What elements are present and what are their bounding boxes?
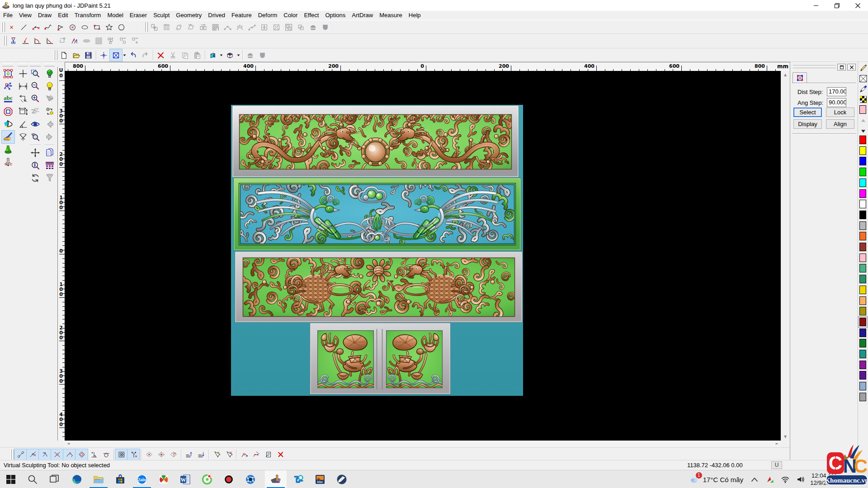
star-tool-icon[interactable]: [103, 21, 115, 33]
relief-dome-icon[interactable]: [307, 21, 319, 33]
select-tool-icon[interactable]: [2, 67, 14, 80]
align-button[interactable]: Align: [826, 119, 854, 129]
snap-arc-icon[interactable]: [63, 449, 75, 460]
undo-icon[interactable]: [127, 49, 139, 61]
pan-view-icon[interactable]: [29, 146, 42, 159]
snap-perpendicular-icon[interactable]: [88, 449, 100, 460]
color-swatch[interactable]: [859, 168, 866, 176]
polyline-tool-icon[interactable]: [54, 21, 66, 33]
toolbar-grip[interactable]: [54, 50, 55, 60]
snap-endpoint-icon[interactable]: [14, 449, 27, 460]
no-color-icon[interactable]: [859, 74, 867, 83]
select-frame-icon[interactable]: [110, 49, 122, 61]
chamfer-corner-icon[interactable]: [44, 35, 56, 47]
palette-scroll-down[interactable]: [859, 126, 867, 136]
horizontal-scrollbar[interactable]: ◄ ►: [65, 441, 781, 447]
color-swatch[interactable]: [859, 178, 866, 187]
scroll-left-arrow[interactable]: ◄: [67, 441, 70, 446]
weld-objects-icon[interactable]: [283, 21, 295, 33]
select-button[interactable]: Select: [793, 108, 822, 117]
sort-layer-down-icon[interactable]: [195, 449, 207, 460]
menu-eraser[interactable]: Eraser: [127, 11, 150, 20]
text-tool-icon[interactable]: abc: [2, 93, 14, 105]
toolbar-grip[interactable]: [56, 50, 57, 60]
measure-path-icon[interactable]: [17, 93, 29, 105]
menu-options[interactable]: Options: [322, 11, 349, 20]
smooth-node-icon[interactable]: [250, 449, 262, 460]
copy-transform-2-icon[interactable]: [117, 35, 129, 47]
dist-step-input[interactable]: 170.000: [827, 87, 846, 96]
toolbar-grip[interactable]: [146, 22, 148, 32]
menu-view[interactable]: View: [16, 11, 35, 20]
menu-drived[interactable]: Drived: [205, 11, 228, 20]
panel-restore-button[interactable]: [837, 64, 846, 70]
menu-deform[interactable]: Deform: [255, 11, 281, 20]
delete-icon[interactable]: [155, 49, 167, 61]
menu-measure[interactable]: Measure: [376, 11, 406, 20]
pick-remove-icon[interactable]: [222, 449, 235, 460]
lamp-yellow-icon[interactable]: [43, 80, 56, 93]
taskbar-edge-browser[interactable]: [66, 470, 88, 488]
color-swatch[interactable]: [859, 253, 866, 262]
flatten-ellipse-icon[interactable]: [80, 35, 93, 47]
menu-model[interactable]: Model: [104, 11, 126, 20]
point-position-icon[interactable]: [17, 67, 29, 80]
menu-file[interactable]: File: [0, 11, 16, 20]
color-swatch[interactable]: [859, 275, 866, 283]
menu-feature[interactable]: Feature: [228, 11, 255, 20]
measure-angle-icon[interactable]: [17, 118, 29, 131]
menu-sculpt[interactable]: Sculpt: [150, 11, 173, 20]
taskbar-format-factory[interactable]: [153, 470, 175, 488]
zoom-object-icon[interactable]: [29, 131, 42, 143]
scale-frame-icon[interactable]: [258, 21, 270, 33]
work-plane-xz-icon[interactable]: [155, 449, 167, 460]
work-plane-yz-icon[interactable]: [167, 449, 179, 460]
taskbar-ms-store[interactable]: [109, 470, 131, 488]
array-grid-icon[interactable]: [209, 21, 222, 33]
snap-grid-icon[interactable]: [115, 449, 127, 460]
weather-icon[interactable]: 1: [690, 475, 699, 484]
menu-artdraw[interactable]: ArtDraw: [349, 11, 376, 20]
arc-fit-icon[interactable]: [222, 21, 234, 33]
tray-net-indicator-icon[interactable]: [765, 475, 774, 484]
pick-point-icon[interactable]: [210, 449, 222, 460]
point-tool-icon[interactable]: [5, 21, 18, 33]
lock-button[interactable]: Lock: [826, 108, 854, 117]
toolbox-grip[interactable]: [2, 63, 14, 66]
color-swatch[interactable]: [859, 296, 866, 305]
sort-layer-up-icon[interactable]: [183, 449, 195, 460]
spline-tool-icon[interactable]: [42, 21, 54, 33]
copy-transform-3-icon[interactable]: [129, 35, 142, 47]
zoom-extents-icon[interactable]: [29, 159, 42, 172]
skew-object-icon[interactable]: [185, 21, 197, 33]
vertical-scrollbar[interactable]: ▲ ▼: [781, 71, 790, 441]
taskbar-file-explorer[interactable]: [88, 470, 109, 488]
taskbar-jdsoft-artform[interactable]: [196, 470, 218, 488]
scroll-right-arrow[interactable]: ►: [776, 441, 778, 446]
color-swatch[interactable]: [859, 232, 866, 240]
nc-toolpath-tool-icon[interactable]: NC: [2, 156, 14, 169]
taskbar-zalo[interactable]: Zalo: [131, 470, 153, 488]
taskbar-aperture-app[interactable]: [240, 470, 261, 488]
menu-color[interactable]: Color: [280, 11, 301, 20]
taskbar-search[interactable]: [22, 470, 43, 488]
color-swatch[interactable]: [859, 221, 866, 230]
render-solid-icon[interactable]: [207, 49, 219, 61]
color-swatch[interactable]: [859, 157, 866, 165]
menu-edit[interactable]: Edit: [55, 11, 71, 20]
color-swatch[interactable]: [859, 286, 866, 294]
spindle-tool-icon[interactable]: [2, 143, 14, 156]
zoom-window-icon[interactable]: [29, 67, 42, 80]
tray-wifi-icon[interactable]: [781, 475, 790, 484]
line-tool-icon[interactable]: [18, 21, 30, 33]
pencil-icon[interactable]: [859, 63, 867, 73]
tab-select-tool[interactable]: [793, 72, 807, 83]
distribute-arc-icon[interactable]: [234, 21, 246, 33]
panel-grip[interactable]: [793, 65, 836, 68]
relief-shield-icon[interactable]: [319, 21, 331, 33]
offset-contour-icon[interactable]: [93, 35, 105, 47]
curve-nodes-icon[interactable]: [246, 21, 258, 33]
virtual-sculpt-tool-icon[interactable]: [2, 131, 14, 143]
snap-node-icon[interactable]: [27, 449, 39, 460]
measure-distance-icon[interactable]: [17, 80, 29, 93]
